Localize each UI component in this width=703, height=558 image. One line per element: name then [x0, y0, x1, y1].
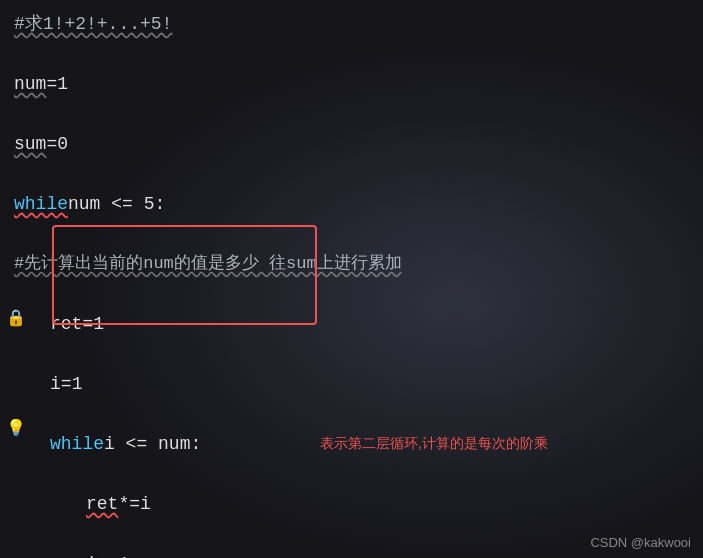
spacer: [14, 100, 689, 130]
code-line-while1: while num <= 5:: [14, 190, 689, 220]
while2-rest: i <= num:: [104, 430, 201, 460]
op-mul-eq: *=: [118, 490, 140, 520]
val-1: 1: [57, 70, 68, 100]
bulb-icon: 💡: [6, 418, 26, 438]
code-line-1: #求1!+2!+...+5!: [14, 10, 689, 40]
kw-while-2: while: [50, 430, 104, 460]
spacer2: [14, 160, 689, 190]
var-ret-1: ret: [50, 310, 82, 340]
var-i-2: i: [86, 550, 97, 558]
code-line-blank-1: [14, 40, 689, 70]
code-line-i: i = 1: [50, 370, 689, 400]
watermark: CSDN @kakwooi: [590, 535, 691, 550]
spacer8: [14, 520, 689, 550]
spacer5: [14, 340, 689, 370]
while1-rest: num <= 5:: [68, 190, 165, 220]
code-line-comment: #先计算出当前的num的值是多少 往sum上进行累加: [14, 250, 689, 280]
code-line-ret-mul: ret *= i: [86, 490, 689, 520]
var-sum: sum: [14, 130, 46, 160]
comment-text-1: #求1!+2!+...+5!: [14, 10, 172, 40]
spacer7: [14, 460, 689, 490]
code-line-sum: sum = 0: [14, 130, 689, 160]
code-line-num: num = 1: [14, 70, 689, 100]
op-eq-1: =: [46, 70, 57, 100]
var-i: i: [50, 370, 61, 400]
val-i-2: i: [140, 490, 151, 520]
spacer4: [14, 280, 689, 310]
spacer6: [14, 400, 689, 430]
annotation-inner-while: 表示第二层循环,计算的是每次的阶乘: [320, 432, 548, 455]
code-line-while2: while i <= num: 表示第二层循环,计算的是每次的阶乘: [50, 430, 689, 460]
var-num: num: [14, 70, 46, 100]
code-line-i-inc: i += 1: [86, 550, 689, 558]
op-eq-3: =: [82, 310, 93, 340]
code-container: #求1!+2!+...+5! num = 1 sum = 0 while num…: [0, 0, 703, 558]
op-eq-2: =: [46, 130, 57, 160]
lock-icon: 🔒: [6, 308, 26, 328]
op-plus-eq: +=: [97, 550, 119, 558]
val-i-inc: 1: [118, 550, 129, 558]
val-i-1: 1: [72, 370, 83, 400]
val-ret-1: 1: [93, 310, 104, 340]
val-0: 0: [57, 130, 68, 160]
op-eq-4: =: [61, 370, 72, 400]
var-ret-2: ret: [86, 490, 118, 520]
kw-while-1: while: [14, 190, 68, 220]
comment-text-2: #先计算出当前的num的值是多少 往sum上进行累加: [14, 250, 402, 278]
code-line-ret: ret = 1: [50, 310, 689, 340]
spacer3: [14, 220, 689, 250]
